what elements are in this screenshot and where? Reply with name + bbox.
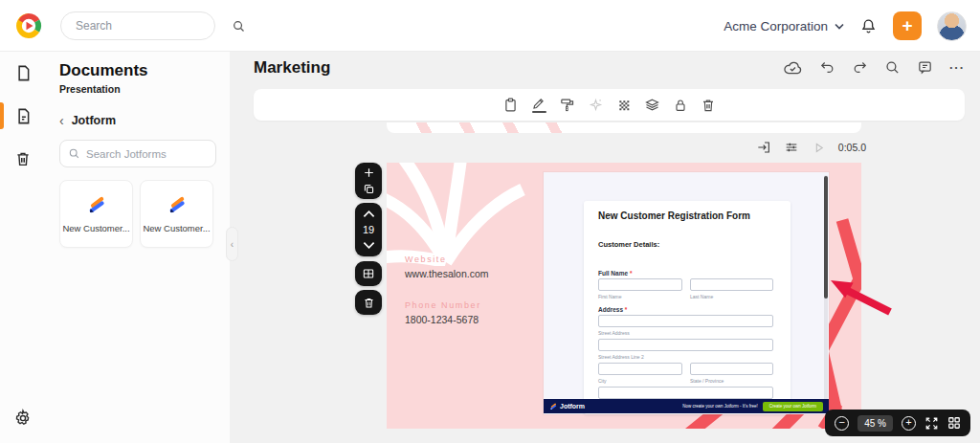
notifications-button[interactable] — [859, 17, 878, 35]
delete-button[interactable] — [701, 98, 716, 113]
rail-item-blank-documents[interactable] — [0, 57, 46, 88]
lock-icon — [673, 98, 688, 113]
top-bar: Acme Corporation + — [0, 0, 980, 52]
jotform-card[interactable]: New Customer... — [140, 180, 213, 248]
comments-button[interactable] — [917, 59, 933, 76]
paste-button[interactable] — [502, 97, 519, 113]
form-input-state — [690, 363, 773, 375]
website-value: www.thesalon.com — [405, 268, 489, 279]
form-section-title: Customer Details: — [598, 240, 659, 249]
search-icon[interactable] — [232, 19, 257, 33]
plus-icon — [363, 166, 375, 179]
phone-value: 1800-1234-5678 — [405, 314, 489, 325]
form-input-first-name — [598, 278, 682, 291]
preview-scrollbar-thumb[interactable] — [824, 176, 828, 299]
layers-button[interactable] — [644, 97, 660, 113]
sub-last-name: Last Name — [690, 294, 713, 299]
form-input-partial — [598, 387, 773, 399]
chevron-left-icon: ‹ — [231, 239, 234, 250]
phone-label: Phone Number — [405, 300, 489, 310]
zoom-in-button[interactable]: + — [902, 416, 916, 431]
fit-screen-button[interactable] — [924, 416, 939, 431]
draw-button[interactable] — [531, 97, 546, 113]
play-icon — [812, 141, 826, 155]
sparkle-icon — [588, 97, 604, 113]
present-button[interactable] — [756, 140, 771, 155]
jotform-search — [59, 140, 216, 167]
user-avatar[interactable] — [937, 11, 967, 41]
sub-street2: Street Address Line 2 — [598, 354, 644, 360]
form-title: New Customer Registration Form — [598, 210, 780, 221]
bell-icon — [859, 17, 878, 35]
jotform-search-input[interactable] — [86, 148, 208, 160]
panel-title: Documents — [59, 61, 216, 80]
delete-slide-button[interactable] — [363, 297, 375, 309]
full-name-label: Full Name * — [598, 270, 632, 277]
grid-view-button[interactable] — [362, 267, 375, 280]
grid-overview-button[interactable] — [947, 416, 961, 430]
jotform-brand: Jotform — [549, 403, 585, 410]
undo-icon — [819, 59, 835, 76]
ellipsis-icon: ··· — [949, 60, 965, 75]
more-options-button[interactable]: ··· — [949, 60, 965, 75]
layers-icon — [644, 97, 660, 113]
slide-canvas[interactable]: Website www.thesalon.com Phone Number 18… — [387, 163, 861, 429]
form-input-city — [598, 363, 682, 375]
search-icon — [884, 59, 901, 76]
jotform-brand-name: Jotform — [560, 403, 585, 410]
sub-first-name: First Name — [598, 294, 621, 299]
paint-roller-button[interactable] — [559, 97, 575, 113]
table-grid-icon — [362, 267, 375, 280]
undo-button[interactable] — [819, 59, 835, 76]
website-label: Website — [405, 255, 489, 264]
rail-item-presentations[interactable] — [0, 100, 46, 131]
preview-scrollbar[interactable] — [824, 175, 828, 410]
back-label: Jotform — [72, 114, 117, 127]
previous-slide-button[interactable] — [363, 210, 375, 218]
contact-text-block[interactable]: Website www.thesalon.com Phone Number 18… — [405, 255, 489, 325]
find-button[interactable] — [884, 59, 901, 76]
global-search-input[interactable] — [61, 19, 232, 33]
plus-icon: + — [902, 16, 912, 34]
document-lines-icon — [14, 107, 33, 125]
chevron-down-icon — [835, 23, 844, 30]
jotform-card[interactable]: New Customer... — [59, 180, 133, 248]
jotform-embed-preview[interactable]: New Customer Registration Form Customer … — [544, 172, 829, 414]
global-search — [60, 11, 215, 40]
back-to-jotform[interactable]: ‹ Jotform — [59, 114, 216, 127]
previous-slide-edge[interactable] — [387, 122, 861, 133]
add-slide-button[interactable] — [363, 166, 375, 179]
required-mark: * — [630, 270, 633, 277]
search-icon — [68, 147, 80, 160]
next-slide-button[interactable] — [363, 241, 375, 250]
play-button[interactable] — [812, 141, 826, 155]
current-slide-number: 19 — [363, 225, 374, 235]
paint-roller-icon — [559, 97, 575, 113]
transparency-button[interactable] — [616, 98, 632, 113]
form-card: New Customer Registration Form Customer … — [584, 201, 791, 414]
settings-button[interactable] — [0, 403, 46, 433]
slide-settings-button[interactable] — [784, 140, 799, 155]
plus-icon: + — [905, 417, 911, 428]
document-icon — [14, 64, 33, 82]
effects-button[interactable] — [588, 97, 604, 113]
zoom-out-button[interactable]: − — [835, 416, 849, 431]
create-jotform-button[interactable]: Create your own Jotform — [763, 402, 823, 411]
panel-collapse-handle[interactable]: ‹ — [226, 227, 238, 261]
slide-grid-tool — [355, 261, 382, 286]
zoom-level: 45 % — [858, 415, 893, 432]
stripe-decoration — [404, 122, 567, 133]
duplicate-slide-button[interactable] — [363, 183, 375, 195]
org-switcher[interactable]: Acme Corporation — [724, 19, 844, 33]
app-logo-icon[interactable] — [15, 12, 42, 39]
redo-button[interactable] — [852, 59, 868, 76]
app-root: Acme Corporation + Documents Presentatio… — [0, 0, 980, 443]
gear-icon — [13, 409, 33, 428]
lock-button[interactable] — [673, 98, 688, 113]
jotform-card-list: New Customer... New Customer... — [59, 180, 216, 248]
trash-icon — [363, 297, 375, 309]
form-input-street2 — [598, 339, 773, 351]
rail-item-trash[interactable] — [0, 144, 46, 174]
cloud-saved-button[interactable] — [783, 59, 803, 76]
create-new-button[interactable]: + — [893, 11, 922, 40]
